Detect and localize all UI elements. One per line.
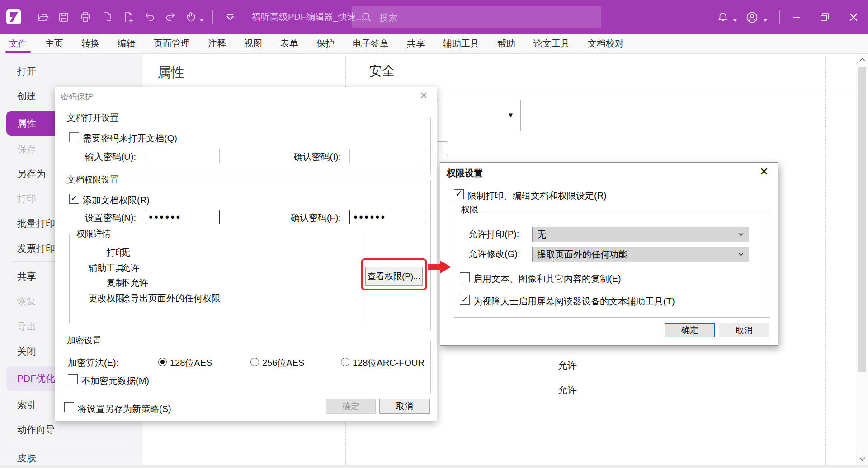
foxit-logo-icon[interactable] (6, 9, 21, 24)
chevron-down-icon (738, 232, 744, 237)
menu-item-protect[interactable]: 保护 (307, 34, 344, 53)
title-bar: 福昕高级PDF编辑器_快速... (0, 0, 868, 34)
account-caret-icon[interactable] (763, 16, 774, 28)
confirm-permission-password-label: 确认密码(F): (259, 212, 341, 224)
no-metadata-checkbox[interactable] (68, 374, 78, 384)
print-icon[interactable] (80, 11, 91, 23)
remove-page-icon[interactable] (101, 11, 113, 23)
detail-row-value: 不允许 (121, 277, 148, 289)
close-window-icon[interactable] (848, 11, 859, 23)
require-password-checkbox[interactable] (69, 132, 79, 142)
redo-icon[interactable] (165, 11, 176, 23)
combo-arrow-icon: ▼ (507, 111, 514, 119)
hand-tool-caret-icon[interactable] (199, 16, 211, 28)
status-strip (0, 465, 868, 468)
add-permission-checkbox[interactable]: ✓ (69, 194, 79, 204)
menu-item-help[interactable]: 帮助 (488, 34, 524, 53)
ok-button[interactable]: 确定 (326, 399, 376, 414)
scroll-up-icon (859, 57, 866, 62)
permission-detail-group: 权限详情 打印: 无 辅助工具: 允许 复制: 不允许 更改权限: 除导出页面外… (69, 234, 362, 323)
permission-settings-dialog: 权限设置 ✕ ✓ 限制打印、编辑文档和权限设定(R) 权限 允许打印(P): 无… (440, 162, 778, 346)
input-password-field[interactable] (145, 149, 220, 163)
open-file-icon[interactable] (37, 11, 49, 23)
sidebar-item-open[interactable]: 打开 (0, 61, 143, 81)
menu-item-view[interactable]: 视图 (235, 34, 271, 53)
menu-item-paper-tools[interactable]: 论文工具 (524, 34, 579, 53)
notifications-caret-icon[interactable] (732, 16, 744, 28)
security-section-title: 安全 (369, 62, 395, 80)
search-input[interactable] (378, 10, 588, 25)
notifications-icon[interactable] (717, 11, 729, 23)
hand-tool-icon[interactable] (185, 11, 197, 23)
detail-row-value: 允许 (121, 262, 139, 274)
undo-icon[interactable] (144, 11, 156, 23)
cancel-button[interactable]: 取消 (719, 323, 769, 337)
menu-item-proofread[interactable]: 文档校对 (579, 34, 633, 53)
account-icon[interactable] (746, 11, 758, 23)
window-controls-separator (779, 10, 780, 24)
toolbar-separator (26, 10, 26, 24)
annotation-arrow-head (440, 261, 451, 273)
radio-128-arcfour[interactable] (341, 358, 349, 366)
menu-bar: 文件 主页 转换 编辑 页面管理 注释 视图 表单 保护 电子签章 共享 辅助工… (0, 34, 868, 54)
dialog-title: 权限设置 (447, 167, 483, 179)
highlight-annotation-rect (361, 258, 427, 290)
sidebar-item-action-wizard[interactable]: 动作向导 (0, 420, 143, 440)
radio-128-arcfour-label: 128位ARC-FOUR (353, 357, 425, 369)
panel-divider-dashed (825, 56, 826, 465)
allow-modify-dropdown[interactable]: 提取页面外的任何功能 (532, 247, 749, 262)
allow-print-label: 允许打印(P): (468, 228, 519, 240)
scroll-down-icon (859, 457, 866, 461)
scrollbar-thumb[interactable] (858, 67, 866, 372)
search-box[interactable] (352, 6, 601, 28)
group-legend: 文档权限设置 (65, 174, 121, 185)
save-policy-label: 将设置另存为新策略(S) (78, 403, 171, 415)
menu-item-file[interactable]: 文件 (0, 34, 36, 53)
enable-copy-label: 启用文本、图像和其它内容的复制(E) (473, 273, 621, 285)
menu-item-page-management[interactable]: 页面管理 (145, 34, 199, 53)
confirm-permission-password-field[interactable]: ●●●●●● (349, 210, 425, 224)
set-password-label: 设置密码(N): (60, 212, 136, 224)
require-password-label: 需要密码来打开文档(Q) (83, 132, 177, 145)
security-permission-value: 允许 (558, 384, 577, 397)
allow-modify-label: 允许修改(G): (468, 248, 520, 260)
restore-window-icon[interactable] (819, 11, 830, 23)
detail-row-value: 无 (121, 247, 130, 259)
menu-item-accessibility[interactable]: 辅助工具 (434, 34, 488, 53)
enable-copy-checkbox[interactable] (460, 272, 470, 282)
close-icon[interactable]: ✕ (760, 165, 769, 178)
allow-print-dropdown[interactable]: 无 (532, 227, 749, 242)
save-icon[interactable] (58, 11, 70, 23)
security-permission-value: 允许 (558, 359, 577, 372)
set-password-field[interactable]: ●●●●●● (145, 210, 220, 224)
confirm-open-password-field[interactable] (349, 149, 425, 163)
accessibility-checkbox[interactable]: ✓ (460, 295, 470, 305)
radio-256-aes[interactable] (250, 358, 259, 366)
menu-item-share[interactable]: 共享 (398, 34, 434, 53)
menu-item-form[interactable]: 表单 (271, 34, 307, 53)
group-legend: 加密设置 (65, 335, 104, 346)
close-icon[interactable]: ✕ (420, 90, 428, 102)
collapse-ribbon-icon[interactable] (224, 11, 236, 23)
minimize-icon[interactable] (791, 11, 802, 23)
add-page-icon[interactable] (123, 11, 135, 23)
menu-item-convert[interactable]: 转换 (72, 34, 108, 53)
restrict-printing-checkbox[interactable]: ✓ (454, 189, 464, 199)
ok-button[interactable]: 确定 (665, 323, 715, 337)
menu-item-edit[interactable]: 编辑 (108, 34, 145, 53)
save-policy-checkbox[interactable] (64, 402, 74, 412)
radio-128-aes-label: 128位AES (170, 357, 212, 369)
radio-128-aes[interactable] (158, 358, 167, 366)
vertical-scrollbar[interactable] (856, 54, 868, 465)
password-protect-dialog: 密码保护 ✕ 文档打开设置 需要密码来打开文档(Q) 输入密码(U): 确认密码… (55, 87, 437, 421)
detail-row-value: 除导出页面外的任何权限 (121, 292, 221, 304)
menu-item-esign[interactable]: 电子签章 (344, 34, 398, 53)
input-password-label: 输入密码(U): (60, 151, 136, 163)
encrypt-algorithm-label: 加密算法(E): (68, 357, 118, 369)
cancel-button[interactable]: 取消 (379, 399, 430, 414)
radio-256-aes-label: 256位AES (262, 357, 304, 369)
menu-item-home[interactable]: 主页 (36, 34, 72, 53)
menu-item-comment[interactable]: 注释 (199, 34, 235, 53)
no-metadata-label: 不加密元数据(M) (81, 375, 149, 387)
group-legend: 文档打开设置 (65, 112, 121, 123)
